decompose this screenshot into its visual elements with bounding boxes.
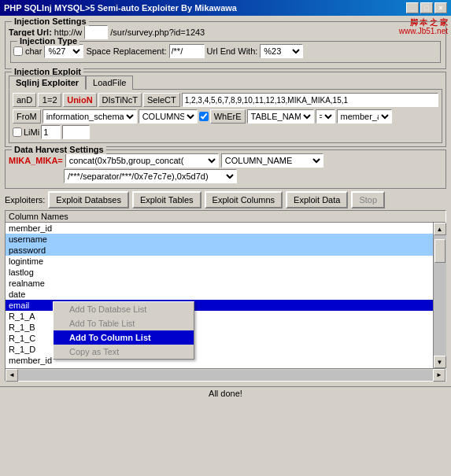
list-item[interactable]: logintime <box>6 256 433 267</box>
distinct-button[interactable]: DIsTiNcT <box>98 93 142 107</box>
scroll-track[interactable] <box>434 235 446 356</box>
char-select[interactable]: %27 <box>44 44 83 58</box>
concat-select[interactable]: concat(0x7b5b,group_concat( <box>65 153 219 168</box>
from-row: FroM information_schema COLUMNS WhErE TA… <box>13 109 438 124</box>
equals-select[interactable]: = <box>316 109 335 124</box>
injection-settings-label: Injection Settings <box>12 17 89 26</box>
exploit-databases-button[interactable]: Exploit Databses <box>48 191 129 208</box>
where-button[interactable]: WhErE <box>210 109 246 124</box>
limit-val2[interactable] <box>62 125 90 139</box>
limi-label: LiMi <box>24 127 39 137</box>
list-with-scrollbar: member_id username password logintime la… <box>6 223 445 368</box>
list-item[interactable]: username <box>6 234 433 245</box>
tab-content: anD 1=2 UnioN DIsTiNcT SeleCT 1,2,3,4,5,… <box>9 89 442 143</box>
select-button[interactable]: SeleCT <box>143 93 180 107</box>
column-select[interactable]: TABLE_NAME <box>247 109 314 124</box>
list-inner: member_id username password logintime la… <box>6 223 433 368</box>
scroll-thumb[interactable] <box>434 239 445 263</box>
separator-select[interactable]: /***/separator/***/0x7e7c7e),0x5d7d) <box>64 169 237 183</box>
hscroll-track[interactable] <box>18 370 433 381</box>
context-add-column[interactable]: Add To Column List <box>54 330 194 345</box>
limit-checkbox[interactable] <box>13 127 22 137</box>
title-bar: PHP SQLInj MYSQL>5 Semi-auto Exploiter B… <box>0 0 451 16</box>
injection-exploit-group: Injection Exploit Sqlinj Exploiter LoadF… <box>5 72 446 147</box>
exploiters-row: Exploiters: Exploit Databses Exploit Tab… <box>5 191 446 208</box>
scroll-right-button[interactable]: ► <box>433 369 445 382</box>
char-checkbox[interactable] <box>13 46 23 56</box>
sql-buttons-row: anD 1=2 UnioN DIsTiNcT SeleCT 1,2,3,4,5,… <box>13 93 438 107</box>
db-select[interactable]: information_schema <box>43 109 137 124</box>
url-end-label: Url End With: <box>207 46 258 56</box>
limit-val1[interactable] <box>41 125 61 139</box>
scroll-down-button[interactable]: ▼ <box>434 356 446 368</box>
context-add-table[interactable]: Add To Table List <box>54 316 194 330</box>
status-text: All done! <box>209 389 242 398</box>
exploit-data-button[interactable]: Exploit Data <box>286 191 348 208</box>
list-item[interactable]: member_id <box>6 223 433 234</box>
close-button[interactable]: × <box>434 2 447 13</box>
injection-type-label: Injection Type <box>17 36 79 46</box>
exploiters-label: Exploiters: <box>5 195 45 205</box>
exploit-tabs: Sqlinj Exploiter LoadFile <box>9 76 442 90</box>
tab-sqlinj[interactable]: Sqlinj Exploiter <box>9 76 86 90</box>
exploiters-section: Exploiters: Exploit Databses Exploit Tab… <box>5 191 446 208</box>
context-copy-text[interactable]: Copy as Text <box>54 345 194 359</box>
exploit-tables-button[interactable]: Exploit Tables <box>132 191 201 208</box>
url-suffix: /sur/survey.php?id=1243 <box>110 28 205 37</box>
injection-settings-group: Injection Settings Target Url: http://w … <box>5 21 446 69</box>
char-label: char <box>25 46 42 56</box>
numbers-box: 1,2,3,4,5,6,7,8,9,10,11,12,13,MIKA_MIKA,… <box>182 93 438 107</box>
context-menu: Add To Databse List Add To Table List Ad… <box>53 301 194 360</box>
table-select[interactable]: COLUMNS <box>139 109 198 124</box>
context-add-database[interactable]: Add To Databse List <box>54 302 194 316</box>
limit-row: LiMi <box>13 125 438 139</box>
window-controls[interactable]: _ □ × <box>406 2 447 13</box>
value-select[interactable]: member_a <box>337 109 392 124</box>
list-item[interactable]: realname <box>6 278 433 289</box>
where-checkbox[interactable] <box>199 112 209 121</box>
list-item[interactable]: password <box>6 245 433 256</box>
column-name-select[interactable]: COLUMN_NAME <box>221 153 323 168</box>
horizontal-scrollbar[interactable]: ◄ ► <box>6 368 445 381</box>
list-item[interactable]: date <box>6 289 433 300</box>
exploit-columns-button[interactable]: Exploit Columns <box>205 191 283 208</box>
data-harvest-label: Data Harvest Settings <box>12 145 106 154</box>
title-text: PHP SQLInj MYSQL>5 Semi-auto Exploiter B… <box>4 3 237 13</box>
status-bar: All done! <box>0 386 451 400</box>
scroll-left-button[interactable]: ◄ <box>6 369 18 382</box>
column-names-label: Column Names <box>9 212 68 221</box>
injection-type-group: Injection Type char %27 Space Replacemen… <box>10 41 441 63</box>
column-names-section: Column Names member_id username password… <box>5 210 446 382</box>
stop-button[interactable]: Stop <box>351 191 385 208</box>
and-button[interactable]: anD <box>13 93 36 107</box>
scroll-up-button[interactable]: ▲ <box>434 223 446 235</box>
data-harvest-group: Data Harvest Settings MIKA_MIKA= concat(… <box>5 149 446 189</box>
space-replacement-input[interactable] <box>169 44 205 58</box>
minimize-button[interactable]: _ <box>406 2 419 13</box>
from-button[interactable]: FroM <box>13 109 41 124</box>
union-button[interactable]: UnioN <box>63 93 96 107</box>
url-middle-input[interactable] <box>84 25 108 39</box>
list-item[interactable]: lastlog <box>6 267 433 278</box>
maximize-button[interactable]: □ <box>420 2 433 13</box>
vertical-scrollbar[interactable]: ▲ ▼ <box>433 223 445 368</box>
space-replacement-label: Space Replacement: <box>86 46 166 56</box>
onetwo-button[interactable]: 1=2 <box>38 93 61 107</box>
tab-loadfile[interactable]: LoadFile <box>86 76 133 90</box>
column-names-header: Column Names <box>6 211 445 223</box>
url-end-select[interactable]: %23 <box>260 44 303 58</box>
mika-label: MIKA_MIKA= <box>9 156 63 165</box>
